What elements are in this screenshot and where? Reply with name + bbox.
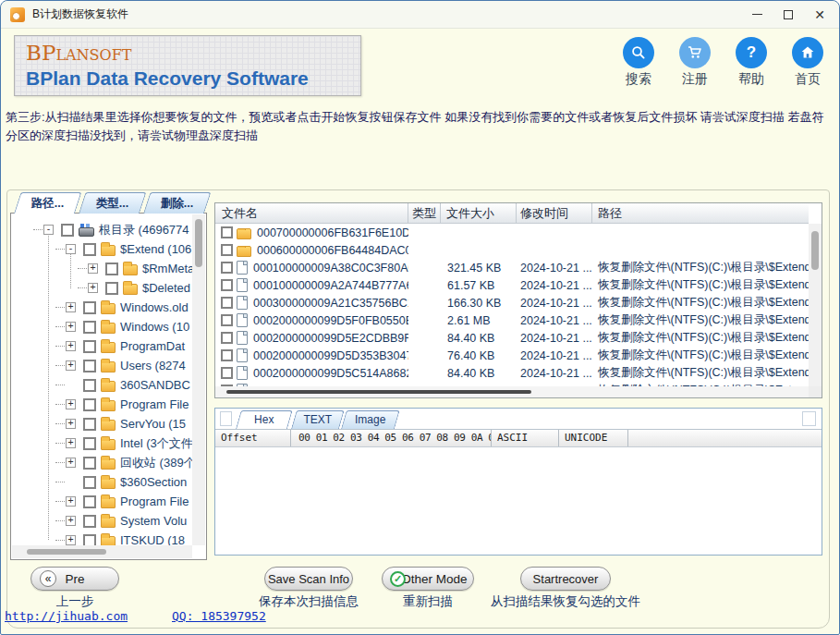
file-checkbox[interactable] — [221, 226, 233, 238]
expander-icon[interactable]: + — [88, 283, 98, 293]
maximize-button[interactable] — [773, 2, 804, 28]
tree-item[interactable]: + Users (8274 — [12, 356, 192, 375]
tree-checkbox[interactable] — [105, 282, 118, 295]
tree-checkbox[interactable] — [83, 360, 96, 372]
nav-register[interactable]: 注册 — [673, 37, 717, 88]
column-header-time[interactable]: 修改时间 — [517, 203, 592, 223]
nav-search[interactable]: 搜索 — [616, 37, 661, 88]
tab-hex[interactable]: Hex — [236, 410, 293, 429]
tree-checkbox[interactable] — [83, 457, 96, 470]
tree-checkbox[interactable] — [105, 263, 118, 275]
tree-item[interactable]: $360Section — [12, 472, 192, 492]
save-scan-info-button[interactable]: Save Scan Info — [264, 567, 353, 591]
file-row[interactable]: 000600000006FB64484DAC05 — [215, 241, 809, 259]
file-row[interactable]: 0002000000099D5E2CDBB9F6 84.40 KB 2024-1… — [215, 329, 809, 347]
tree-checkbox[interactable] — [61, 224, 74, 237]
qq-link[interactable]: QQ: 185397952 — [172, 609, 266, 623]
file-checkbox[interactable] — [221, 262, 233, 274]
expander-icon[interactable]: - — [66, 244, 76, 254]
file-row[interactable]: 000300000009A21C35756BC1 166.30 KB 2024-… — [215, 294, 809, 311]
tree-checkbox[interactable] — [83, 476, 96, 489]
file-row[interactable]: 0002000000099D5F0FB0550B 2.61 MB 2024-10… — [215, 311, 809, 329]
file-checkbox[interactable] — [221, 297, 233, 309]
tree-checkbox[interactable] — [83, 515, 96, 528]
scrollbar-thumb[interactable] — [27, 549, 106, 555]
tree-vertical-scrollbar[interactable] — [192, 214, 205, 545]
tree-item[interactable]: + System Volu — [12, 511, 192, 531]
file-checkbox[interactable] — [221, 314, 233, 326]
nav-help[interactable]: ? 帮助 — [729, 37, 773, 88]
scrollbar-thumb[interactable] — [226, 390, 531, 394]
expander-icon[interactable]: + — [66, 419, 76, 429]
file-row[interactable]: 0002000000099D5D353B3047 76.40 KB 2024-1… — [215, 347, 809, 364]
tree-checkbox[interactable] — [83, 534, 96, 546]
tab-deleted[interactable]: 删除... — [143, 192, 211, 214]
expander-icon[interactable]: + — [66, 341, 76, 351]
expander-icon[interactable]: + — [66, 516, 76, 526]
tree-checkbox[interactable] — [83, 398, 96, 411]
scrollbar-thumb[interactable] — [811, 231, 819, 270]
expander-icon[interactable]: - — [43, 225, 54, 235]
start-recover-button[interactable]: Startrecover — [520, 567, 611, 591]
column-header-path[interactable]: 路径 — [592, 203, 809, 223]
column-header-name[interactable]: 文件名 — [215, 203, 408, 223]
tab-path[interactable]: 路径... — [14, 192, 81, 214]
website-link[interactable]: http://jihuab.com — [5, 609, 128, 623]
tree-checkbox[interactable] — [83, 301, 96, 314]
file-list-horizontal-scrollbar[interactable] — [215, 386, 809, 397]
tree-item[interactable]: + ITSKUD (18 — [12, 531, 192, 545]
expander-icon[interactable]: + — [66, 496, 76, 507]
minimize-button[interactable] — [741, 2, 773, 28]
expander-icon[interactable]: + — [66, 438, 76, 448]
tree-item[interactable]: + Program File — [12, 492, 192, 511]
tree-checkbox[interactable] — [83, 418, 96, 431]
scrollbar-thumb[interactable] — [195, 219, 202, 267]
tree-checkbox[interactable] — [83, 340, 96, 353]
file-checkbox[interactable] — [221, 367, 233, 379]
tree-item[interactable]: - 根目录 (4696774 — [12, 220, 192, 239]
tree-checkbox[interactable] — [83, 321, 96, 334]
file-row[interactable]: 000700000006FB631F6E10DF — [215, 224, 809, 241]
column-header-type[interactable]: 类型 — [408, 203, 441, 223]
expander-icon[interactable]: + — [66, 360, 76, 371]
tree-item[interactable]: + $RmMeta — [12, 259, 192, 278]
pre-button[interactable]: « Pre — [30, 567, 119, 591]
expander-icon[interactable]: + — [66, 302, 76, 312]
tree-item[interactable]: + ProgramDat — [12, 336, 192, 356]
file-list-vertical-scrollbar[interactable] — [809, 224, 822, 386]
expander-icon[interactable]: + — [66, 458, 76, 468]
file-checkbox[interactable] — [221, 279, 233, 291]
tree-checkbox[interactable] — [83, 437, 96, 450]
tree-item[interactable]: + 回收站 (389个 — [12, 453, 192, 472]
tab-text[interactable]: TEXT — [291, 410, 345, 429]
close-button[interactable]: ✕ — [804, 2, 835, 28]
file-row[interactable]: 000100000009A38C0C3F80A0 321.45 KB 2024-… — [215, 259, 809, 276]
file-row[interactable]: 0002000000099D5C514A8682 84.40 KB 2024-1… — [215, 364, 809, 382]
tree-horizontal-scrollbar[interactable] — [12, 545, 192, 558]
file-row[interactable]: 000100000009A2A744B777A6 61.57 KB 2024-1… — [215, 276, 809, 294]
tree-checkbox[interactable] — [83, 495, 96, 508]
column-header-size[interactable]: 文件大小 — [441, 203, 517, 223]
other-mode-button[interactable]: ✓ Other Mode — [382, 567, 474, 591]
tree-item-label: ITSKUD (18 — [120, 533, 185, 545]
tree-checkbox[interactable] — [83, 243, 96, 256]
tree-item[interactable]: + Program File — [12, 395, 192, 414]
tree-item[interactable]: + Intel (3个文件 — [12, 434, 192, 453]
expander-icon[interactable]: + — [66, 322, 76, 332]
tree-item[interactable]: + Windows (10 — [12, 317, 192, 336]
file-checkbox[interactable] — [221, 332, 233, 344]
tab-type[interactable]: 类型... — [79, 192, 146, 214]
tree-item[interactable]: + $Deleted — [12, 278, 192, 298]
file-checkbox[interactable] — [221, 349, 233, 361]
tab-image[interactable]: Image — [341, 410, 400, 429]
tree-item[interactable]: + ServYou (15 — [12, 414, 192, 434]
nav-home[interactable]: 首页 — [785, 37, 830, 88]
tree-item[interactable]: - $Extend (106 — [12, 239, 192, 259]
file-checkbox[interactable] — [221, 244, 233, 256]
tree-item[interactable]: + Windows.old — [12, 298, 192, 317]
tree-checkbox[interactable] — [83, 379, 96, 392]
expander-icon[interactable]: + — [88, 263, 98, 274]
expander-icon[interactable]: + — [66, 399, 76, 409]
tree-item[interactable]: 360SANDBC — [12, 375, 192, 395]
expander-icon[interactable]: + — [66, 535, 76, 545]
